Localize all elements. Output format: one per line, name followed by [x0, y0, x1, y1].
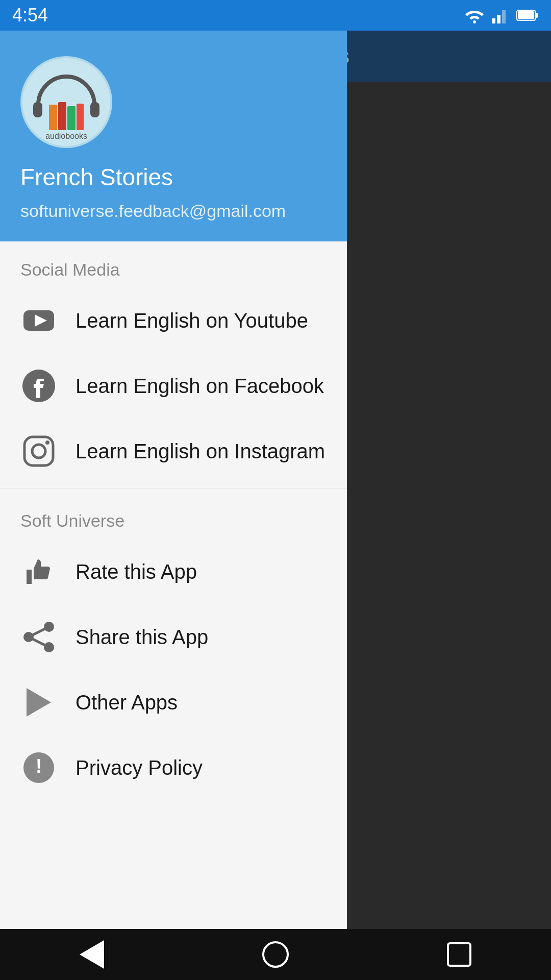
nav-back-button[interactable] [71, 934, 112, 975]
menu-item-share[interactable]: Share this App [0, 604, 347, 670]
nav-home-button[interactable] [255, 934, 296, 975]
menu-item-instagram[interactable]: Learn English on Instagram [0, 419, 347, 484]
svg-text:audiobooks: audiobooks [45, 132, 87, 140]
section-divider [0, 488, 347, 488]
svg-rect-5 [535, 13, 538, 18]
thumbsup-icon [20, 553, 57, 590]
svg-rect-2 [497, 15, 500, 23]
app-name: French Stories [20, 163, 327, 191]
svg-rect-9 [49, 105, 57, 130]
playstore-icon [20, 684, 57, 721]
share-icon [20, 619, 57, 655]
signal-icon [492, 6, 510, 24]
menu-item-rate[interactable]: Rate this App [0, 539, 347, 604]
menu-label-instagram: Learn English on Instagram [76, 440, 325, 463]
svg-point-19 [45, 440, 49, 445]
back-icon [80, 940, 104, 969]
recents-icon [447, 942, 471, 967]
status-icons [463, 6, 539, 24]
battery-icon [516, 8, 539, 22]
svg-point-0 [473, 20, 476, 23]
svg-rect-10 [58, 102, 66, 130]
menu-item-privacy[interactable]: ! Privacy Policy [0, 735, 347, 800]
svg-rect-1 [492, 18, 495, 23]
status-bar: 4:54 [0, 0, 551, 31]
svg-rect-8 [90, 102, 99, 117]
svg-line-24 [29, 637, 49, 647]
youtube-icon [20, 302, 57, 339]
bottom-nav [0, 929, 551, 980]
info-icon: ! [20, 749, 57, 786]
menu-label-otherapps: Other Apps [76, 691, 178, 714]
svg-rect-11 [67, 106, 76, 130]
svg-rect-6 [518, 11, 534, 19]
section-soft-universe: Soft Universe Rate this App [0, 493, 347, 800]
svg-rect-3 [502, 10, 506, 23]
menu-label-rate: Rate this App [76, 560, 197, 583]
section-soft-universe-label: Soft Universe [0, 493, 347, 539]
section-social-media: Social Media Learn English on Youtube Le… [0, 241, 347, 484]
svg-rect-7 [33, 102, 42, 117]
status-time: 4:54 [12, 5, 48, 26]
drawer: audiobooks French Stories softuniverse.f… [0, 31, 347, 949]
svg-rect-12 [77, 104, 84, 130]
section-social-media-label: Social Media [0, 241, 347, 288]
facebook-icon [20, 368, 57, 404]
svg-point-18 [32, 445, 45, 458]
svg-marker-25 [27, 688, 51, 717]
menu-label-share: Share this App [76, 626, 208, 649]
wifi-icon [463, 7, 486, 24]
nav-recents-button[interactable] [439, 934, 480, 975]
app-email: softuniverse.feedback@gmail.com [20, 201, 327, 221]
audiobooks-logo-svg: audiobooks [26, 61, 107, 143]
svg-line-23 [29, 627, 49, 637]
svg-text:!: ! [36, 755, 42, 777]
home-icon [262, 941, 289, 968]
menu-label-youtube: Learn English on Youtube [76, 309, 308, 332]
instagram-icon [20, 433, 57, 470]
menu-label-privacy: Privacy Policy [76, 756, 203, 779]
svg-point-20 [44, 622, 54, 632]
drawer-header: audiobooks French Stories softuniverse.f… [0, 31, 347, 241]
menu-label-facebook: Learn English on Facebook [76, 375, 324, 398]
menu-item-facebook[interactable]: Learn English on Facebook [0, 353, 347, 419]
app-logo: audiobooks [20, 56, 112, 148]
menu-item-otherapps[interactable]: Other Apps [0, 670, 347, 735]
menu-item-youtube[interactable]: Learn English on Youtube [0, 288, 347, 353]
